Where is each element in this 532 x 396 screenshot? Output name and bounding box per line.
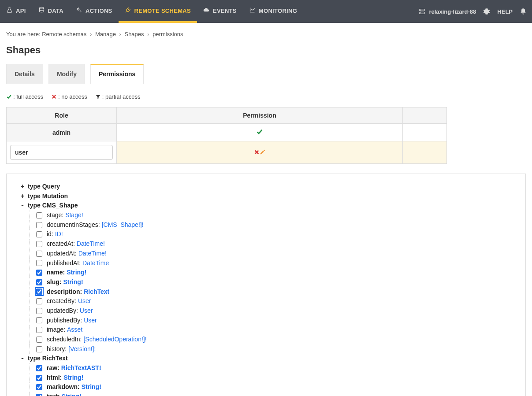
field-row[interactable]: history:[Version!]! <box>30 344 512 354</box>
field-checkbox[interactable] <box>36 394 42 396</box>
pencil-icon <box>260 149 266 155</box>
svg-point-1 <box>78 8 79 10</box>
breadcrumb-part[interactable]: Remote schemas <box>42 31 86 37</box>
field-type: Stage! <box>65 211 83 220</box>
field-name: html: <box>47 373 62 383</box>
field-type: String! <box>82 382 101 392</box>
server-icon <box>418 8 425 15</box>
field-row[interactable]: name:String! <box>30 268 512 278</box>
gears-icon <box>76 7 82 15</box>
project-switcher[interactable]: relaxing-lizard-88 <box>418 8 476 15</box>
field-row[interactable]: scheduledIn:[ScheduledOperation!]! <box>30 335 512 344</box>
field-row[interactable]: publishedBy:User <box>30 316 512 326</box>
field-type: [Version!]! <box>68 344 96 354</box>
type-header[interactable]: -type RichText <box>20 354 512 363</box>
field-type: RichText <box>84 287 109 297</box>
field-type: String! <box>62 392 82 396</box>
field-type: String! <box>63 278 83 287</box>
field-checkbox[interactable] <box>36 231 42 237</box>
permissions-table: Role Permission admin <box>6 107 447 164</box>
check-icon <box>6 94 12 100</box>
chevron-right-icon: › <box>116 31 125 37</box>
database-icon <box>38 7 45 15</box>
field-checkbox[interactable] <box>36 279 42 285</box>
field-checkbox[interactable] <box>36 212 42 218</box>
nav-item-api[interactable]: API <box>0 0 32 23</box>
type-header[interactable]: -type CMS_Shape <box>20 201 512 211</box>
col-header-permission: Permission <box>117 107 403 124</box>
role-row-admin[interactable]: admin <box>7 124 447 141</box>
field-row[interactable]: description:RichText <box>30 287 512 297</box>
tab-permissions[interactable]: Permissions <box>90 64 144 84</box>
field-row[interactable]: image:Asset <box>30 325 512 335</box>
field-row[interactable]: updatedAt:DateTime! <box>30 249 512 259</box>
field-row[interactable]: updatedBy:User <box>30 306 512 316</box>
breadcrumb-part[interactable]: Shapes <box>124 31 144 37</box>
field-name: markdown: <box>47 382 80 392</box>
help-link[interactable]: HELP <box>497 8 513 15</box>
field-checkbox[interactable] <box>36 375 42 381</box>
field-type: String! <box>67 268 86 278</box>
new-role-input[interactable] <box>10 145 113 160</box>
field-row[interactable]: slug:String! <box>30 278 512 287</box>
field-checkbox[interactable] <box>36 241 42 247</box>
permission-cell[interactable] <box>117 141 403 164</box>
minus-icon[interactable]: - <box>20 354 25 363</box>
nav-item-actions[interactable]: ACTIONS <box>70 0 119 23</box>
field-row[interactable]: stage:Stage! <box>30 211 512 220</box>
field-checkbox[interactable] <box>36 251 42 257</box>
minus-icon[interactable]: - <box>20 201 25 211</box>
field-type: RichTextAST! <box>61 363 101 373</box>
field-name: createdAt: <box>47 239 75 249</box>
role-row-new[interactable] <box>7 141 447 164</box>
field-name: slug: <box>47 278 61 287</box>
field-checkbox[interactable] <box>36 222 42 228</box>
nav-item-monitoring[interactable]: MONITORING <box>243 0 303 23</box>
chevron-right-icon: › <box>144 31 153 37</box>
field-checkbox[interactable] <box>36 327 42 333</box>
field-checkbox[interactable] <box>36 308 42 314</box>
type-header[interactable]: +type Mutation <box>20 192 512 201</box>
nav-item-remote-schemas[interactable]: REMOTE SCHEMAS <box>119 0 197 23</box>
svg-point-5 <box>420 10 421 10</box>
field-checkbox[interactable] <box>36 317 42 323</box>
field-row[interactable]: createdAt:DateTime! <box>30 239 512 249</box>
field-checkbox[interactable] <box>36 289 42 295</box>
field-checkbox[interactable] <box>36 346 42 352</box>
tab-details[interactable]: Details <box>6 64 43 84</box>
gear-icon[interactable] <box>483 8 490 15</box>
field-row[interactable]: html:String! <box>30 373 512 383</box>
field-name: stage: <box>47 211 63 220</box>
page-title: Shapes <box>0 40 532 64</box>
bell-icon[interactable] <box>520 8 527 15</box>
field-checkbox[interactable] <box>36 365 42 371</box>
plus-icon[interactable]: + <box>20 182 25 192</box>
role-label: admin <box>7 124 117 141</box>
tab-modify[interactable]: Modify <box>48 64 85 84</box>
field-row[interactable]: publishedAt:DateTime <box>30 259 512 268</box>
field-name: documentInStages: <box>47 220 100 230</box>
type-header[interactable]: +type Query <box>20 182 512 192</box>
breadcrumb-part[interactable]: Manage <box>95 31 116 37</box>
tab-bar: DetailsModifyPermissions <box>0 64 532 84</box>
field-checkbox[interactable] <box>36 384 42 390</box>
field-row[interactable]: id:ID! <box>30 229 512 239</box>
field-name: updatedBy: <box>47 306 78 316</box>
field-row[interactable]: createdBy:User <box>30 296 512 306</box>
field-row[interactable]: markdown:String! <box>30 382 512 392</box>
field-checkbox[interactable] <box>36 260 42 266</box>
field-type: User <box>80 306 93 316</box>
x-icon <box>51 94 57 100</box>
plus-icon[interactable]: + <box>20 192 25 201</box>
field-checkbox[interactable] <box>36 270 42 276</box>
field-row[interactable]: raw:RichTextAST! <box>30 363 512 373</box>
nav-item-events[interactable]: EVENTS <box>197 0 243 23</box>
project-name: relaxing-lizard-88 <box>429 8 476 15</box>
field-checkbox[interactable] <box>36 337 42 343</box>
field-type: [ScheduledOperation!]! <box>83 335 146 344</box>
field-row[interactable]: text:String! <box>30 392 512 396</box>
field-row[interactable]: documentInStages:[CMS_Shape!]! <box>30 220 512 230</box>
field-type: DateTime! <box>77 239 105 249</box>
field-checkbox[interactable] <box>36 298 42 304</box>
nav-item-data[interactable]: DATA <box>32 0 70 23</box>
